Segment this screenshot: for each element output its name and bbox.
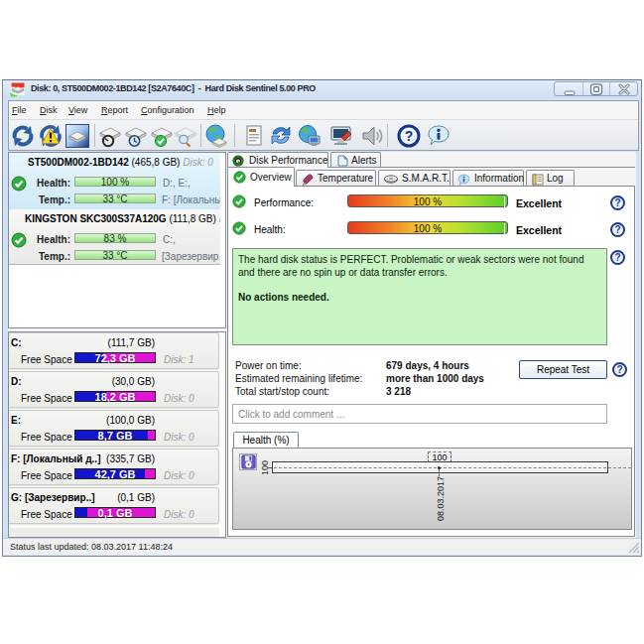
- svg-text:?: ?: [405, 128, 414, 144]
